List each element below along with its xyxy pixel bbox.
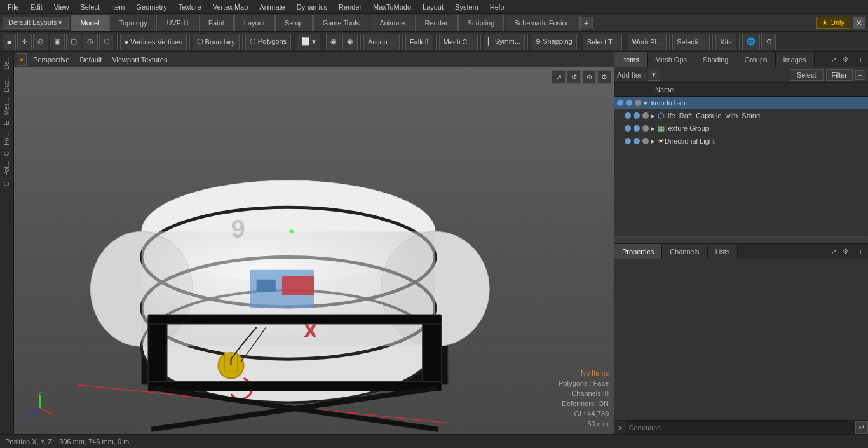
- close-tab-button[interactable]: ✕: [853, 17, 865, 29]
- layout-dropdown[interactable]: Default Layouts ▾: [3, 17, 69, 29]
- tab-lists[interactable]: Lists: [708, 244, 738, 259]
- tab-schematic-fusion[interactable]: Schematic Fusion: [505, 15, 579, 31]
- props-expand-icon[interactable]: ↗: [829, 247, 839, 257]
- item-row-directional-light[interactable]: ▸ ☀ Directional Light: [614, 135, 868, 147]
- tool-select-poly[interactable]: ▢: [66, 34, 81, 50]
- sidebar-item-pol[interactable]: Pol...: [2, 128, 11, 148]
- menu-maxtomodo[interactable]: MaxToModo: [368, 2, 416, 12]
- items-select-button[interactable]: Select: [790, 69, 824, 81]
- menu-help[interactable]: Help: [485, 2, 510, 12]
- globe-button[interactable]: 🌐: [742, 34, 760, 50]
- menu-system[interactable]: System: [450, 2, 484, 12]
- tool-select-box[interactable]: ■: [3, 34, 16, 50]
- add-layout-tab-button[interactable]: +: [580, 17, 593, 29]
- falloff-button[interactable]: Falloff: [405, 34, 433, 50]
- viewport-ctrl-rotate[interactable]: ↺: [567, 70, 581, 84]
- polygons-button[interactable]: ⬡ Polygons: [245, 34, 291, 50]
- viewport-ctrl-view[interactable]: ⊙: [582, 70, 596, 84]
- menu-geometry[interactable]: Geometry: [131, 2, 172, 12]
- select-t-button[interactable]: Select T...: [583, 34, 622, 50]
- vertices-button[interactable]: ● VerticesVertices: [120, 34, 187, 50]
- menu-dynamics[interactable]: Dynamics: [292, 2, 332, 12]
- rotate-button[interactable]: ⟲: [761, 34, 776, 50]
- menu-file[interactable]: File: [3, 2, 24, 12]
- action-button[interactable]: Action ...: [363, 34, 400, 50]
- menu-item[interactable]: Item: [106, 2, 130, 12]
- sidebar-item-e[interactable]: E: [2, 118, 11, 128]
- tab-uvedit[interactable]: UVEdit: [158, 15, 198, 31]
- tab-groups[interactable]: Groups: [736, 52, 775, 67]
- items-scrollbar[interactable]: [614, 236, 868, 243]
- add-item-row: Add Item ▾ Select Filter −: [614, 67, 868, 83]
- boundary-button[interactable]: ⬡ Boundary: [193, 34, 240, 50]
- tab-animate[interactable]: Animate: [370, 15, 414, 31]
- tab-layout[interactable]: Layout: [234, 15, 275, 31]
- command-submit-button[interactable]: ↵: [855, 421, 868, 434]
- tab-images[interactable]: Images: [776, 52, 815, 67]
- selecti-button[interactable]: Selecti ...: [672, 34, 710, 50]
- add-panel-tab-button[interactable]: +: [853, 52, 868, 67]
- menu-view[interactable]: View: [49, 2, 74, 12]
- tab-render[interactable]: Render: [415, 15, 457, 31]
- menu-texture[interactable]: Texture: [173, 2, 207, 12]
- tab-channels[interactable]: Channels: [662, 244, 707, 259]
- props-gear-icon[interactable]: ⚙: [840, 247, 850, 257]
- viewport-settings-button[interactable]: ●: [17, 53, 27, 66]
- tool-select-lasso[interactable]: ✛: [17, 34, 32, 50]
- svg-rect-28: [282, 276, 314, 295]
- tab-game-tools[interactable]: Game Tools: [313, 15, 370, 31]
- sidebar-item-mes[interactable]: Mes...: [2, 95, 11, 118]
- item-row-modo-bxo[interactable]: ▾ ■ modo.bxo: [614, 97, 868, 109]
- viewport-content[interactable]: X 9: [14, 67, 614, 434]
- viewport-textures-label[interactable]: Viewport Textures: [108, 56, 171, 64]
- sidebar-item-dup[interactable]: Dup...: [2, 72, 11, 95]
- tool-select-element[interactable]: ▣: [50, 34, 65, 50]
- kits-button[interactable]: Kits: [715, 34, 736, 50]
- snapping-button[interactable]: ⊕ Snapping: [531, 34, 577, 50]
- menu-select[interactable]: Select: [75, 2, 105, 12]
- tool-select-paint[interactable]: ◎: [33, 34, 48, 50]
- add-props-tab-button[interactable]: +: [853, 244, 868, 259]
- star-only-button[interactable]: ★ Only: [816, 17, 850, 29]
- viewport-ctrl-settings[interactable]: ⚙: [597, 70, 611, 84]
- symm-button[interactable]: ▏ Symm...: [484, 34, 525, 50]
- viewport-default-label[interactable]: Default: [76, 56, 106, 64]
- tab-setup[interactable]: Setup: [275, 15, 313, 31]
- items-minus-button[interactable]: −: [855, 70, 865, 80]
- tab-properties[interactable]: Properties: [614, 244, 662, 259]
- work-pl-button[interactable]: Work Pl...: [628, 34, 667, 50]
- viewport-ctrl-expand[interactable]: ↗: [552, 70, 566, 84]
- menu-vertex-map[interactable]: Vertex Map: [208, 2, 254, 12]
- items-filter-button[interactable]: Filter: [826, 69, 853, 81]
- mode-dropdown[interactable]: ⬜ ▾: [297, 34, 320, 50]
- sidebar-item-c2[interactable]: C: [2, 179, 11, 189]
- item-row-texture-group[interactable]: ▸ ▦ Texture Group: [614, 122, 868, 135]
- menu-edit[interactable]: Edit: [25, 2, 48, 12]
- panel-expand-icon[interactable]: ↗: [829, 55, 839, 65]
- panel-gear-icon[interactable]: ⚙: [840, 55, 850, 65]
- sidebar-item-c[interactable]: C: [2, 149, 11, 158]
- viewport-perspective-label[interactable]: Perspective: [29, 56, 73, 64]
- tool-rotate[interactable]: ◷: [83, 34, 98, 50]
- menu-animate[interactable]: Animate: [254, 2, 290, 12]
- tab-mesh-ops[interactable]: Mesh Ops: [648, 52, 695, 67]
- menu-render[interactable]: Render: [334, 2, 367, 12]
- sidebar-item-de[interactable]: De...: [2, 53, 11, 72]
- tab-topology[interactable]: Topology: [109, 15, 156, 31]
- expand-icon-tex-group: ▸: [651, 125, 655, 133]
- vis-btn-1[interactable]: ◉: [326, 34, 341, 50]
- menu-layout[interactable]: Layout: [417, 2, 449, 12]
- svg-text:Y: Y: [38, 392, 42, 396]
- mesh-c-button[interactable]: Mesh C...: [439, 34, 478, 50]
- sidebar-item-pol2[interactable]: Pol...: [2, 159, 11, 179]
- tab-shading[interactable]: Shading: [695, 52, 736, 67]
- command-input[interactable]: [626, 421, 855, 434]
- tab-model[interactable]: Model: [71, 15, 109, 31]
- item-row-life-raft[interactable]: ▸ ⬡ Life_Raft_Capsule_with_Stand: [614, 109, 868, 122]
- tab-items[interactable]: Items: [614, 52, 648, 67]
- add-item-dropdown[interactable]: ▾: [648, 69, 660, 81]
- tool-hex[interactable]: ⬡: [99, 34, 114, 50]
- vis-btn-2[interactable]: ◉: [342, 34, 358, 50]
- tab-paint[interactable]: Paint: [199, 15, 234, 31]
- tab-scripting[interactable]: Scripting: [458, 15, 505, 31]
